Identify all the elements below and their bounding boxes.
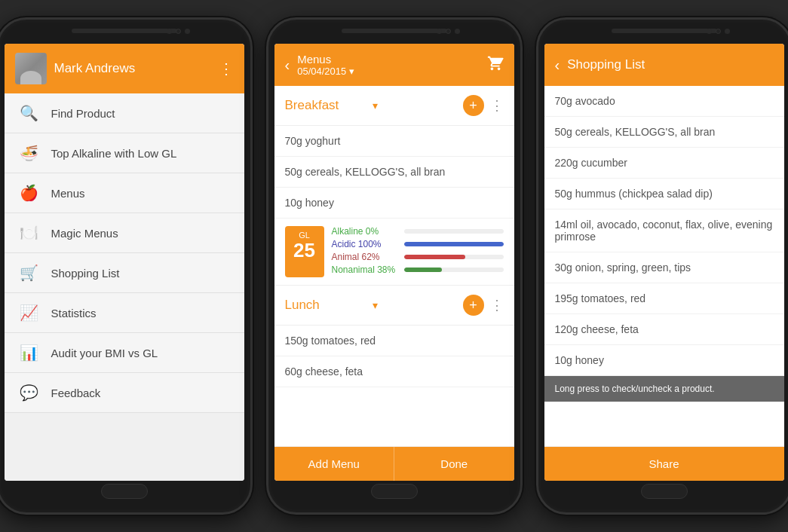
animal-bar-track bbox=[404, 255, 504, 259]
p3-footer: Share bbox=[544, 446, 784, 481]
p3-content: 70g avocado 50g cereals, KELLOGG'S, all … bbox=[544, 86, 784, 446]
magic-menus-label: Magic Menus bbox=[51, 227, 118, 240]
menu-item-audit-bmi[interactable]: 📊 Audit your BMI vs GL bbox=[5, 333, 244, 373]
audit-bmi-icon: 📊 bbox=[20, 344, 39, 362]
phone-2-screen: ‹ Menus 05/04/2015 ▾ Bre bbox=[274, 44, 514, 481]
animal-bar-fill bbox=[404, 255, 466, 259]
acidic-label: Acidic 100% bbox=[332, 239, 400, 249]
add-menu-button[interactable]: Add Menu bbox=[274, 447, 394, 481]
share-button[interactable]: Share bbox=[544, 447, 784, 481]
menus-date: 05/04/2015 ▾ bbox=[297, 66, 479, 77]
long-press-hint: Long press to check/uncheck a product. bbox=[544, 376, 784, 402]
back-button[interactable]: ‹ bbox=[555, 57, 560, 74]
phone-1-screen: Mark Andrews ⋮ 🔍 Find Product 🍜 Top Alka… bbox=[5, 44, 244, 481]
breakfast-more-icon[interactable]: ⋮ bbox=[490, 97, 504, 114]
shopping-list-icon: 🛒 bbox=[20, 264, 39, 282]
magic-menus-icon: 🍽️ bbox=[20, 224, 39, 242]
p1-header: Mark Andrews ⋮ bbox=[5, 44, 244, 93]
dot-1 bbox=[437, 29, 442, 34]
lunch-add-button[interactable]: + bbox=[463, 295, 484, 316]
date-chevron[interactable]: ▾ bbox=[349, 66, 354, 77]
menus-title: Menus bbox=[297, 53, 479, 66]
phone-1-dots bbox=[167, 29, 190, 34]
gl-block: GL 25 Alkaline 0% Acidic 100% bbox=[274, 219, 514, 286]
breakfast-add-button[interactable]: + bbox=[463, 95, 484, 116]
shopping-item-2: 220g cucumber bbox=[544, 148, 784, 179]
shopping-item-6: 195g tomatoes, red bbox=[544, 283, 784, 314]
phone-2-dots bbox=[437, 29, 460, 34]
cart-icon[interactable] bbox=[487, 55, 504, 75]
lunch-item-1: 60g cheese, feta bbox=[274, 356, 514, 387]
acidic-bar-fill bbox=[404, 242, 504, 246]
alkaline-label: Alkaline 0% bbox=[332, 226, 400, 237]
camera-dot bbox=[716, 29, 721, 34]
menu-item-menus[interactable]: 🍎 Menus bbox=[5, 173, 244, 213]
find-product-icon: 🔍 bbox=[20, 104, 39, 122]
gl-row-alkaline: Alkaline 0% bbox=[332, 226, 504, 237]
breakfast-chevron[interactable]: ▾ bbox=[373, 99, 378, 112]
nonanimal-label: Nonanimal 38% bbox=[332, 264, 400, 275]
dot-1 bbox=[707, 29, 712, 34]
shopping-item-4: 14ml oil, avocado, coconut, flax, olive,… bbox=[544, 209, 784, 252]
statistics-label: Statistics bbox=[51, 307, 97, 320]
menus-label: Menus bbox=[51, 187, 85, 200]
menu-item-magic-menus[interactable]: 🍽️ Magic Menus bbox=[5, 213, 244, 253]
gl-row-acidic: Acidic 100% bbox=[332, 239, 504, 249]
p2-footer: Add Menu Done bbox=[274, 446, 514, 481]
breakfast-item-2: 10g honey bbox=[274, 188, 514, 219]
gl-badge: GL 25 bbox=[285, 226, 324, 277]
menus-icon: 🍎 bbox=[20, 184, 39, 202]
acidic-bar-track bbox=[404, 242, 504, 246]
phone-3-screen: ‹ Shopping List 70g avocado 50g cereals,… bbox=[544, 44, 784, 481]
lunch-more-icon[interactable]: ⋮ bbox=[490, 297, 504, 313]
done-button[interactable]: Done bbox=[394, 447, 514, 481]
phone-3: ‹ Shopping List 70g avocado 50g cereals,… bbox=[536, 17, 789, 515]
nonanimal-bar-fill bbox=[404, 268, 442, 272]
camera-dot bbox=[176, 29, 181, 34]
phones-container: Mark Andrews ⋮ 🔍 Find Product 🍜 Top Alka… bbox=[0, 2, 788, 530]
more-icon[interactable]: ⋮ bbox=[219, 60, 234, 78]
breakfast-section-header: Breakfast ▾ + ⋮ bbox=[274, 86, 514, 126]
menu-item-find-product[interactable]: 🔍 Find Product bbox=[5, 93, 244, 133]
menu-list: 🔍 Find Product 🍜 Top Alkaline with Low G… bbox=[5, 93, 244, 481]
phone-2: ‹ Menus 05/04/2015 ▾ Bre bbox=[266, 17, 523, 515]
shopping-item-8: 10g honey bbox=[544, 345, 784, 376]
lunch-chevron[interactable]: ▾ bbox=[373, 299, 378, 311]
back-button[interactable]: ‹ bbox=[285, 57, 290, 74]
dot-3 bbox=[185, 29, 190, 34]
date-text: 05/04/2015 bbox=[297, 66, 346, 77]
shopping-item-1: 50g cereals, KELLOGG'S, all bran bbox=[544, 117, 784, 148]
breakfast-item-1: 50g cereals, KELLOGG'S, all bran bbox=[274, 157, 514, 188]
audit-bmi-label: Audit your BMI vs GL bbox=[51, 347, 158, 359]
shopping-item-3: 50g hummus (chickpea salad dip) bbox=[544, 179, 784, 209]
alkaline-bar-track bbox=[404, 229, 504, 234]
lunch-title: Lunch bbox=[285, 298, 370, 313]
feedback-icon: 💬 bbox=[20, 384, 39, 402]
gl-row-animal: Animal 62% bbox=[332, 252, 504, 262]
p2-header: ‹ Menus 05/04/2015 ▾ bbox=[274, 44, 514, 86]
user-name: Mark Andrews bbox=[54, 61, 211, 76]
phone-3-dots bbox=[707, 29, 730, 34]
gl-row-nonanimal: Nonanimal 38% bbox=[332, 264, 504, 275]
menu-item-statistics[interactable]: 📈 Statistics bbox=[5, 293, 244, 333]
top-alkaline-icon: 🍜 bbox=[20, 144, 39, 162]
breakfast-title: Breakfast bbox=[285, 98, 370, 113]
menu-item-feedback[interactable]: 💬 Feedback bbox=[5, 373, 244, 413]
dot-1 bbox=[167, 29, 172, 34]
avatar-image bbox=[15, 53, 47, 84]
shopping-item-7: 120g cheese, feta bbox=[544, 314, 784, 345]
p2-content: Breakfast ▾ + ⋮ 70g yoghurt 50g cereals,… bbox=[274, 86, 514, 446]
shopping-item-0: 70g avocado bbox=[544, 86, 784, 117]
dot-3 bbox=[455, 29, 460, 34]
menu-item-top-alkaline[interactable]: 🍜 Top Alkaline with Low GL bbox=[5, 133, 244, 173]
gl-value: 25 bbox=[288, 240, 321, 261]
camera-dot bbox=[446, 29, 451, 34]
shopping-list-label: Shopping List bbox=[51, 267, 120, 280]
gl-stats: Alkaline 0% Acidic 100% An bbox=[332, 226, 504, 277]
shopping-list-title: Shopping List bbox=[567, 57, 773, 72]
breakfast-item-0: 70g yoghurt bbox=[274, 126, 514, 157]
find-product-label: Find Product bbox=[51, 107, 115, 120]
top-alkaline-label: Top Alkaline with Low GL bbox=[51, 147, 177, 160]
menu-item-shopping-list[interactable]: 🛒 Shopping List bbox=[5, 253, 244, 293]
avatar bbox=[15, 53, 47, 84]
